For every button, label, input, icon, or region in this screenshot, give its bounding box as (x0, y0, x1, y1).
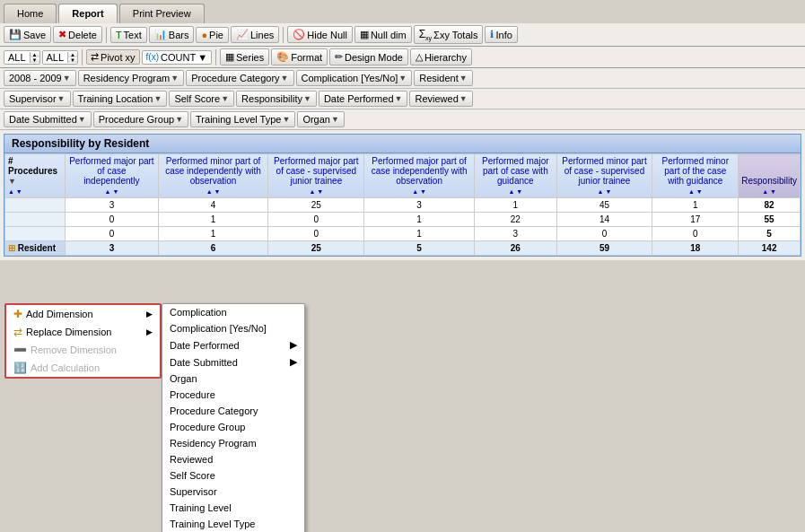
lines-button[interactable]: 📈 Lines (231, 26, 279, 43)
filter-reviewed-label: Reviewed (415, 93, 458, 104)
null-dim-icon: ▦ (360, 29, 369, 40)
filter-resident[interactable]: Resident ▼ (414, 70, 472, 86)
main-content: Responsibility by Resident # Procedures … (0, 130, 805, 260)
tab-print-preview[interactable]: Print Preview (119, 4, 205, 23)
col-header-2[interactable]: Performed major part of case - supervise… (268, 154, 364, 198)
stepper-2[interactable]: ALL ▲ ▼ (42, 50, 79, 65)
menu-add-dimension[interactable]: ✚ Add Dimension ▶ (6, 305, 160, 323)
filter-procedure-cat[interactable]: Procedure Category ▼ (186, 70, 293, 86)
submenu-item-complication-yn[interactable]: Complication [Yes/No] (162, 320, 304, 336)
filter-training-loc[interactable]: Training Location ▼ (73, 91, 168, 107)
pivot-xy-button[interactable]: ⇄ Pivot xy (86, 49, 140, 65)
submenu-item-label: Residency Program (170, 438, 257, 449)
design-mode-label: Design Mode (345, 52, 403, 63)
total-cell: 3 (66, 241, 158, 256)
filter-self-score[interactable]: Self Score ▼ (169, 91, 234, 107)
total-cell: 6 (158, 241, 268, 256)
filter-date-performed[interactable]: Date Performed ▼ (319, 91, 408, 107)
menu-add-calculation: 🔢 Add Calculation (6, 359, 160, 377)
filter-procedure-group[interactable]: Procedure Group ▼ (93, 111, 188, 127)
totals-button[interactable]: Σxy Σxy Totals (414, 25, 484, 44)
stepper-1[interactable]: ALL ▲ ▼ (4, 50, 40, 65)
col-header-procedures[interactable]: # Procedures ▼ ▲ ▼ (5, 154, 66, 198)
text-button[interactable]: T Text (110, 27, 147, 43)
tab-home[interactable]: Home (4, 4, 57, 23)
hierarchy-button[interactable]: △ Hierarchy (410, 48, 472, 65)
submenu-item-training-level-type[interactable]: Training Level Type (162, 516, 304, 532)
design-mode-button[interactable]: ✏ Design Mode (329, 48, 408, 65)
submenu-item-organ[interactable]: Organ (162, 371, 304, 387)
filter-date-submitted-arrow: ▼ (78, 115, 86, 124)
cell: 22 (475, 213, 557, 227)
col-header-4[interactable]: Performed major part of case with guidan… (475, 154, 557, 198)
cell: 82 (739, 198, 801, 213)
submenu-item-procedure-group[interactable]: Procedure Group (162, 419, 304, 435)
bars-icon: 📊 (154, 29, 167, 40)
col-header-3[interactable]: Performed major part of case independent… (364, 154, 475, 198)
info-button[interactable]: ℹ Info (485, 26, 517, 43)
filter-procedure-group-label: Procedure Group (99, 114, 174, 125)
submenu-item-residency-program[interactable]: Residency Program (162, 435, 304, 451)
tab-report[interactable]: Report (58, 4, 117, 23)
submenu-item-procedure[interactable]: Procedure (162, 387, 304, 403)
bars-button[interactable]: 📊 Bars (149, 26, 195, 43)
stepper-1-down[interactable]: ▼ (31, 57, 39, 63)
filter-responsibility[interactable]: Responsibility ▼ (236, 91, 317, 107)
submenu-item-reviewed[interactable]: Reviewed (162, 451, 304, 467)
save-icon: 💾 (9, 29, 22, 40)
filter-supervisor-arrow: ▼ (57, 94, 66, 103)
submenu-item-date-submitted[interactable]: Date Submitted▶ (162, 353, 304, 371)
submenu-item-date-performed[interactable]: Date Performed▶ (162, 336, 304, 353)
cell: 17 (652, 213, 739, 227)
filter-year[interactable]: 2008 - 2009 ▼ (4, 70, 76, 86)
col-header-5[interactable]: Performed minor part of case - supervise… (556, 154, 652, 198)
submenu-item-self-score[interactable]: Self Score (162, 467, 304, 484)
menu-replace-dimension[interactable]: ⇄ Replace Dimension ▶ (6, 323, 160, 341)
submenu-item-label: Reviewed (170, 454, 213, 465)
remove-dimension-icon: ➖ (13, 344, 27, 356)
col-header-6[interactable]: Performed minor part of the case with gu… (652, 154, 739, 198)
submenu-item-label: Procedure (170, 389, 215, 400)
filter-residency[interactable]: Residency Program ▼ (78, 70, 185, 86)
row-label (5, 198, 66, 213)
filter-organ[interactable]: Organ ▼ (297, 111, 345, 127)
filter-reviewed[interactable]: Reviewed ▼ (409, 91, 472, 107)
filter-responsibility-arrow: ▼ (303, 94, 311, 103)
submenu-item-training-level[interactable]: Training Level (162, 500, 304, 516)
pie-button[interactable]: ● Pie (196, 27, 229, 43)
col-header-0[interactable]: Performed major part of case independent… (66, 154, 158, 198)
func-select[interactable]: f(x) COUNT ▼ (142, 50, 212, 65)
cell: 3 (66, 198, 158, 213)
filter-procedure-cat-arrow: ▼ (281, 74, 289, 83)
menu-remove-dimension: ➖ Remove Dimension (6, 341, 160, 359)
replace-dimension-icon: ⇄ (13, 326, 22, 338)
submenu-item-procedure-category[interactable]: Procedure Category (162, 403, 304, 419)
resident-icon: ⊞ (8, 243, 15, 253)
hide-null-button[interactable]: 🚫 Hide Null (287, 26, 353, 43)
stepper-2-down[interactable]: ▼ (68, 57, 77, 63)
filter-supervisor-label: Supervisor (9, 93, 57, 104)
null-dim-button[interactable]: ▦ Null dim (354, 26, 412, 43)
col-header-1[interactable]: Performed minor part of case independent… (158, 154, 268, 198)
save-button[interactable]: 💾 Save (4, 26, 51, 43)
filter-training-level-type[interactable]: Training Level Type ▼ (190, 111, 295, 127)
submenu-item-supervisor[interactable]: Supervisor (162, 484, 304, 500)
series-button[interactable]: ▦ Series (220, 48, 269, 65)
stepper-2-label: ALL (43, 51, 68, 64)
filter-supervisor[interactable]: Supervisor ▼ (4, 91, 71, 107)
total-cell: 26 (475, 241, 557, 256)
cell: 0 (556, 227, 652, 241)
submenu-item-complication[interactable]: Complication (162, 304, 304, 320)
cell: 55 (739, 213, 801, 227)
format-button[interactable]: 🎨 Format (271, 48, 328, 65)
filter-complication[interactable]: Complication [Yes/No] ▼ (296, 70, 413, 86)
delete-button[interactable]: ✖ Delete (53, 26, 102, 43)
total-cell: 25 (268, 241, 364, 256)
filter-procedure-group-arrow: ▼ (175, 115, 183, 124)
cell: 1 (652, 198, 739, 213)
submenu-item-label: Procedure Category (170, 406, 258, 416)
submenu-item-label: Self Score (170, 470, 215, 481)
func-dropdown-icon: ▼ (197, 52, 207, 63)
col-header-responsibility[interactable]: Responsibility ▲ ▼ (739, 154, 801, 198)
filter-date-submitted[interactable]: Date Submitted ▼ (4, 111, 92, 127)
